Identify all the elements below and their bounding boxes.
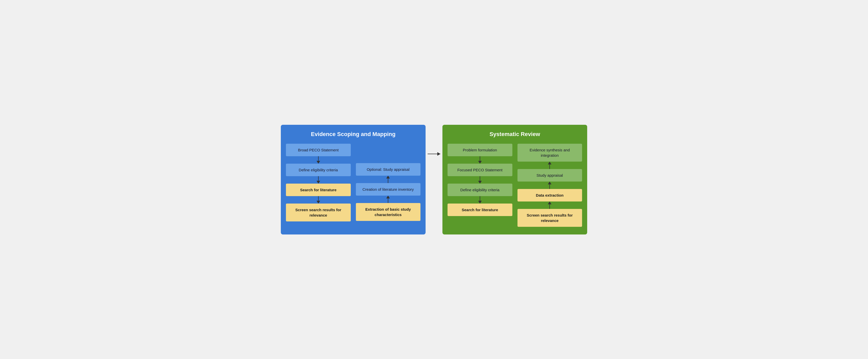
arrow-rv6 [518,201,582,209]
arrow-v1 [286,156,351,164]
broad-peco-box: Broad PECO Statement [286,144,351,156]
evidence-synthesis-box: Evidence synthesis and integration [518,144,582,162]
arrow-rv3 [447,196,513,203]
cross-connector [428,125,440,234]
problem-formulation-box: Problem formulation [447,144,513,156]
left-panel: Evidence Scoping and Mapping Broad PECO … [281,125,426,234]
focused-peco-box: Focused PECO Statement [447,164,513,176]
r-screen-results-box: Screen search results for relevance [518,209,582,227]
cross-lines-svg [428,141,440,192]
right-panel: Systematic Review Problem formulation Fo… [442,125,587,234]
left-panel-title: Evidence Scoping and Mapping [286,131,421,138]
define-eligibility-box: Define eligibility criteria [286,164,351,176]
arrow-rv1 [447,156,513,164]
r-define-eligibility-box: Define eligibility criteria [447,184,513,196]
arrow-rv4 [518,162,582,169]
arrow-v4 [356,176,421,183]
search-literature-box: Search for literature [286,184,351,196]
right-panel-title: Systematic Review [447,131,582,138]
extraction-box: Extraction of basic study characteristic… [356,203,421,221]
lit-inventory-box: Creation of literature inventory [356,183,421,196]
arrow-v5 [356,196,421,203]
r-search-literature-box: Search for literature [447,203,513,216]
optional-appraisal-box: Optional: Study appraisal [356,163,421,176]
arrow-rv2 [447,176,513,184]
r-study-appraisal-box: Study appraisal [518,169,582,182]
screen-results-box: Screen search results for relevance [286,203,351,221]
main-diagram: Evidence Scoping and Mapping Broad PECO … [281,125,587,234]
svg-marker-1 [437,152,440,156]
arrow-v2 [286,176,351,184]
arrow-v3 [286,196,351,203]
arrow-rv5 [518,182,582,189]
data-extraction-box: Data extraction [518,189,582,201]
